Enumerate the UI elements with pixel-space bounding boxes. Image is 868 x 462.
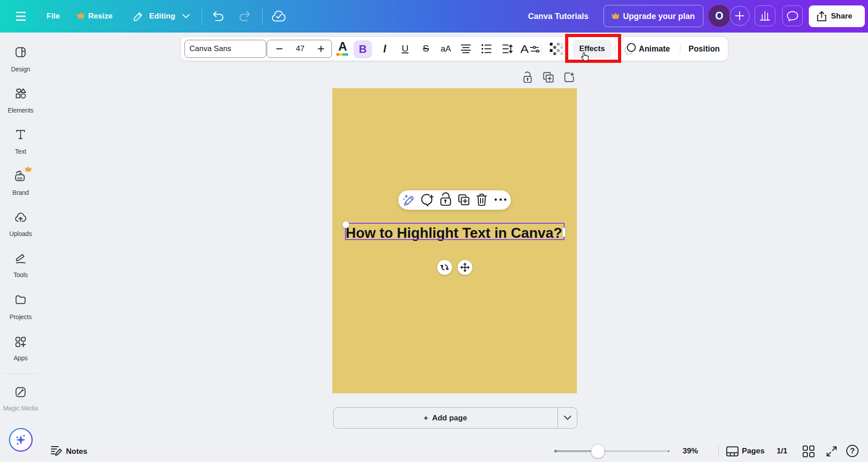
svg-text:co: co bbox=[17, 175, 22, 180]
